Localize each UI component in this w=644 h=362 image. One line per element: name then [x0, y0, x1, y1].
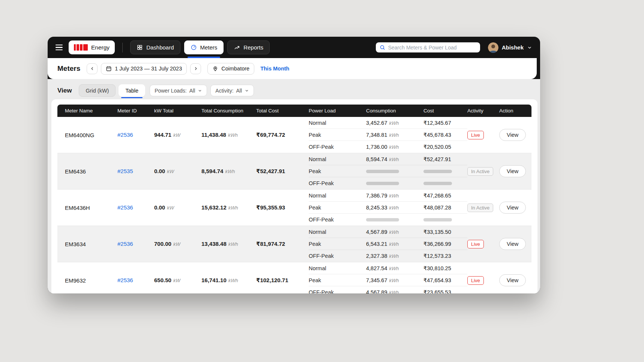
load-type: Normal	[309, 193, 366, 199]
meters-table: Meter Name Meter ID kW Total Total Consu…	[51, 99, 537, 293]
load-row: Normal 8,594.74kWh ₹52,427.91	[309, 153, 467, 165]
nav-divider	[122, 43, 123, 52]
total-cost-value: ₹69,774.72	[256, 132, 285, 138]
load-type: Normal	[309, 265, 366, 271]
load-rows: Normal 4,827.54kWh ₹30,810.25 Peak 7,345…	[309, 262, 467, 293]
view-tab-table[interactable]: Table	[119, 84, 145, 97]
view-button[interactable]: View	[499, 238, 526, 250]
load-cost: ₹23,655.53	[423, 289, 467, 293]
load-consumption: 4,827.54kWh	[366, 265, 423, 272]
kw-total-value: 650.50	[154, 277, 171, 283]
location-selector[interactable]: Coimbatore	[207, 63, 254, 75]
load-consumption: 2,327.38kWh	[366, 253, 423, 259]
calendar-icon	[106, 66, 112, 72]
chevron-left-icon	[90, 66, 95, 71]
brand-logo-icon	[74, 44, 88, 51]
power-loads-filter[interactable]: Power Loads: All	[150, 85, 207, 96]
chevron-down-icon	[245, 88, 249, 93]
top-nav: Energy Dashboard Meters Reports Abi	[48, 37, 540, 58]
nav-tab-dashboard[interactable]: Dashboard	[130, 40, 180, 54]
load-type: Peak	[309, 205, 366, 211]
col-kw-total: kW Total	[154, 108, 201, 114]
meter-id-link[interactable]: #2536	[117, 204, 133, 211]
col-consumption: Consumption	[366, 108, 423, 114]
kw-total-value: 0.00	[154, 168, 165, 174]
reports-icon	[234, 44, 240, 51]
placeholder-bar	[423, 182, 452, 185]
total-consumption-value: 8,594.74	[201, 168, 223, 174]
chevron-down-icon	[527, 45, 532, 50]
view-controls: View Grid (kW) Table Power Loads: All Ac…	[48, 84, 540, 97]
nav-tab-label: Meters	[200, 44, 218, 51]
load-type: OFF-Peak	[309, 180, 366, 186]
location-pin-icon	[212, 66, 218, 72]
nav-tab-reports[interactable]: Reports	[227, 40, 270, 54]
load-row: Normal 4,827.54kWh ₹30,810.25	[309, 262, 467, 274]
load-type: Peak	[309, 168, 366, 174]
load-cost: ₹47,268.65	[423, 192, 467, 199]
next-period-button[interactable]	[190, 63, 201, 74]
brand-name: Energy	[91, 44, 110, 51]
meter-name: EM6436H	[65, 205, 117, 211]
user-menu[interactable]: Abishek	[488, 42, 532, 53]
load-cost: ₹47,654.93	[423, 277, 467, 284]
total-consumption-unit: kWh	[228, 205, 238, 211]
view-tab-grid[interactable]: Grid (kW)	[79, 84, 116, 97]
placeholder-bar	[366, 182, 399, 185]
load-cost: ₹45,678.43	[423, 132, 467, 138]
app-window: Energy Dashboard Meters Reports Abi	[48, 37, 540, 293]
meter-id-link[interactable]: #2536	[117, 132, 133, 138]
avatar	[488, 42, 498, 53]
load-type: OFF-Peak	[309, 217, 366, 223]
date-range-picker[interactable]: 1 July 2023 — 31 July 2023	[101, 63, 187, 75]
nav-tab-label: Dashboard	[146, 44, 174, 51]
search-input[interactable]	[388, 45, 476, 51]
meter-id-link[interactable]: #2535	[117, 168, 133, 174]
load-type: Peak	[309, 277, 366, 283]
prev-period-button[interactable]	[87, 63, 98, 74]
col-meter-name: Meter Name	[65, 108, 117, 114]
table-row: EM6436H #2536 0.00kW 15,632.12kWh ₹95,35…	[57, 189, 531, 226]
col-activity: Activity	[467, 108, 499, 114]
kw-total-value: 700.00	[154, 241, 171, 247]
col-meter-id: Meter ID	[117, 108, 154, 114]
view-label: View	[57, 87, 72, 94]
total-consumption-unit: kWh	[228, 241, 238, 247]
brand-logo[interactable]: Energy	[69, 40, 115, 54]
search-box	[376, 42, 480, 52]
nav-tab-meters[interactable]: Meters	[184, 40, 224, 54]
load-type: Normal	[309, 229, 366, 235]
load-consumption: 6,543.21kWh	[366, 241, 423, 247]
load-cost	[423, 180, 467, 187]
total-consumption-unit: kWh	[228, 278, 238, 283]
kw-total-unit: kW	[167, 169, 174, 174]
chevron-right-icon	[193, 66, 198, 71]
placeholder-bar	[366, 218, 399, 221]
activity-badge: In Active	[467, 203, 493, 212]
load-consumption: 4,567.89kWh	[366, 229, 423, 235]
total-cost-value: ₹52,427.91	[256, 168, 285, 174]
load-cost	[423, 216, 467, 223]
location-text: Coimbatore	[221, 66, 249, 72]
activity-filter[interactable]: Activity: All	[210, 85, 254, 96]
meter-id-link[interactable]: #2536	[117, 241, 133, 247]
load-type: Peak	[309, 132, 366, 138]
load-type: Normal	[309, 120, 366, 126]
load-consumption: 1,736.00kWh	[366, 144, 423, 150]
load-type: OFF-Peak	[309, 253, 366, 259]
hamburger-menu-button[interactable]	[56, 43, 65, 52]
view-button[interactable]: View	[499, 165, 526, 177]
load-cost: ₹48,087.28	[423, 204, 467, 211]
placeholder-bar	[423, 218, 452, 221]
load-consumption	[366, 216, 423, 223]
kw-total-value: 0.00	[154, 204, 165, 211]
load-consumption: 4,567.89kWh	[366, 289, 423, 293]
total-consumption-unit: kWh	[228, 132, 238, 138]
load-consumption	[366, 180, 423, 187]
load-consumption: 7,386.79kWh	[366, 192, 423, 199]
view-button[interactable]: View	[499, 274, 526, 286]
view-button[interactable]: View	[499, 202, 526, 214]
meter-id-link[interactable]: #2536	[117, 277, 133, 283]
view-button[interactable]: View	[499, 129, 526, 141]
this-month-link[interactable]: This Month	[260, 66, 289, 72]
